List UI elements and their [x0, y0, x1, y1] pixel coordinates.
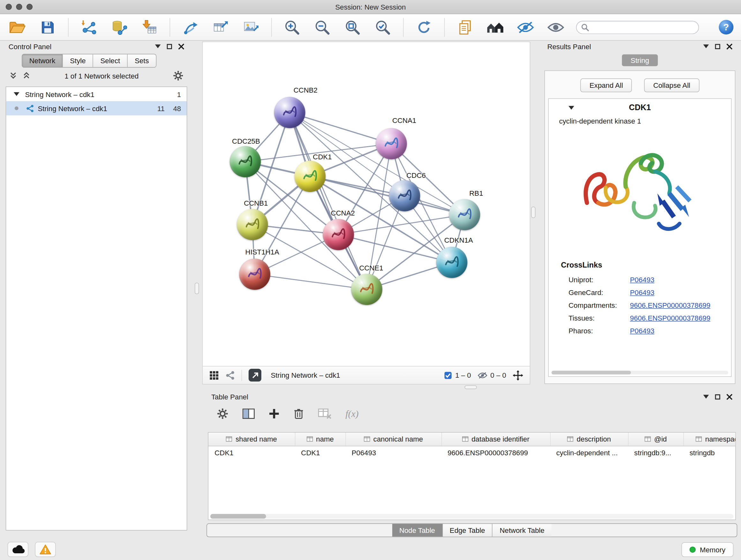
search-input[interactable]	[592, 23, 694, 31]
close-window-button[interactable]	[6, 4, 12, 10]
network-node-CDC25B[interactable]	[230, 146, 261, 178]
search-box[interactable]	[576, 20, 699, 34]
zoom-out-button[interactable]	[313, 16, 332, 38]
cybrowser-home-button[interactable]	[485, 16, 505, 38]
save-session-button[interactable]	[38, 16, 57, 38]
zoom-in-button[interactable]	[282, 16, 302, 38]
gear-icon[interactable]	[173, 71, 184, 81]
table-cell[interactable]: stringdb:9...	[628, 446, 683, 459]
delete-table-icon-disabled[interactable]	[318, 408, 331, 419]
import-table-from-file-button[interactable]	[139, 16, 159, 38]
protein-card-header[interactable]: CDK1	[549, 99, 731, 117]
copy-button[interactable]	[455, 16, 475, 38]
results-horizontal-scrollbar[interactable]	[551, 371, 728, 374]
network-node-CDC6[interactable]	[389, 180, 420, 211]
show-all-button[interactable]	[546, 16, 565, 38]
float-panel-icon[interactable]	[715, 394, 720, 399]
network-node-CCNA1[interactable]	[376, 128, 407, 159]
import-network-from-file-button[interactable]	[79, 16, 98, 38]
column-header[interactable]: database identifier	[441, 433, 550, 446]
column-header[interactable]: namespace	[683, 433, 736, 446]
collapse-panel-icon[interactable]	[155, 44, 161, 48]
table-cell[interactable]: stringdb	[683, 446, 736, 459]
network-node-CCNB2[interactable]	[274, 97, 306, 128]
tab-network-table[interactable]: Network Table	[493, 524, 552, 537]
crosslink-value-link[interactable]: 9606.ENSP00000378699	[630, 314, 711, 322]
hide-selected-button[interactable]	[516, 16, 536, 38]
table-cell[interactable]: cyclin-dependent ...	[550, 446, 628, 459]
expand-all-button[interactable]: Expand All	[581, 78, 632, 92]
table-row[interactable]: CDK1CDK1P064939606.ENSP00000378699cyclin…	[208, 446, 736, 459]
move-crosshair-icon[interactable]	[513, 370, 523, 381]
network-collection-row[interactable]: String Network – cdk1 1	[6, 87, 187, 101]
warnings-button[interactable]	[35, 542, 56, 557]
tab-node-table[interactable]: Node Table	[392, 524, 443, 537]
float-panel-icon[interactable]	[715, 44, 720, 49]
column-header[interactable]: description	[550, 433, 628, 446]
tab-string[interactable]: String	[622, 54, 657, 66]
grid-view-icon[interactable]	[209, 370, 219, 380]
zoom-window-button[interactable]	[26, 4, 32, 10]
collapse-all-button[interactable]: Collapse All	[644, 78, 699, 92]
collapse-panel-icon[interactable]	[703, 44, 709, 48]
crosslink-value-link[interactable]: 9606.ENSP00000378699	[630, 301, 711, 309]
tab-sets[interactable]: Sets	[128, 54, 156, 67]
close-panel-icon[interactable]	[178, 44, 184, 50]
network-node-HIST1H1A[interactable]	[239, 259, 270, 290]
show-columns-icon[interactable]	[243, 408, 255, 419]
left-splitter-handle[interactable]	[195, 283, 199, 294]
automation-button[interactable]	[8, 542, 28, 557]
bottom-splitter-handle[interactable]	[465, 385, 477, 389]
close-panel-icon[interactable]	[726, 394, 732, 400]
column-header[interactable]: canonical name	[346, 433, 442, 446]
network-node-CDK1[interactable]	[294, 161, 326, 192]
memory-button[interactable]: Memory	[681, 542, 733, 557]
first-neighbors-button[interactable]	[181, 16, 200, 38]
zoom-fit-button[interactable]	[343, 16, 362, 38]
table-cell[interactable]: CDK1	[208, 446, 295, 459]
float-panel-icon[interactable]	[167, 44, 172, 49]
collapse-all-icon[interactable]	[10, 72, 17, 79]
import-network-from-database-button[interactable]	[109, 16, 129, 38]
crosslink-value-link[interactable]: P06493	[630, 327, 655, 334]
network-node-CDKN1A[interactable]	[436, 247, 468, 278]
export-network-button[interactable]	[249, 369, 261, 381]
table-settings-gear-icon[interactable]	[217, 408, 228, 420]
table-cell[interactable]: P06493	[346, 446, 442, 459]
tree-expand-icon[interactable]	[14, 92, 19, 96]
network-row[interactable]: String Network – cdk1 11 48	[6, 101, 187, 115]
tab-network[interactable]: Network	[22, 54, 63, 67]
network-node-RB1[interactable]	[449, 199, 480, 230]
tab-style[interactable]: Style	[63, 54, 93, 67]
export-image-button[interactable]	[241, 16, 261, 38]
table-horizontal-scrollbar[interactable]	[210, 514, 733, 519]
table-cell[interactable]: 9606.ENSP00000378699	[441, 446, 550, 459]
right-splitter-handle[interactable]	[531, 206, 536, 218]
delete-column-trash-icon[interactable]	[293, 408, 304, 420]
minimize-window-button[interactable]	[16, 4, 22, 10]
column-header[interactable]: name	[295, 433, 345, 446]
function-builder-icon[interactable]: f(x)	[346, 408, 359, 419]
network-overview-icon[interactable]	[225, 370, 235, 380]
open-session-button[interactable]	[8, 16, 27, 38]
zoom-selected-button[interactable]	[373, 16, 393, 38]
table-cell[interactable]: CDK1	[295, 446, 345, 459]
collapse-section-icon[interactable]	[569, 106, 575, 110]
network-node-CCNA2[interactable]	[323, 219, 354, 250]
apply-layout-button[interactable]	[414, 16, 434, 38]
add-column-icon[interactable]	[269, 408, 280, 419]
network-node-CCNB1[interactable]	[237, 209, 268, 240]
tab-select[interactable]: Select	[93, 54, 128, 67]
network-node-CCNE1[interactable]	[351, 273, 382, 305]
crosslink-value-link[interactable]: P06493	[630, 288, 655, 296]
new-network-from-selection-button[interactable]	[211, 16, 230, 38]
expand-all-icon[interactable]	[23, 72, 30, 79]
network-canvas[interactable]: CCNB2CCNA1CDC25BCDK1CDC6RB1CCNB1CCNA2CDK…	[203, 42, 530, 366]
column-header[interactable]: @id	[628, 433, 683, 446]
help-icon[interactable]: ?	[719, 20, 733, 35]
crosslink-value-link[interactable]: P06493	[630, 275, 655, 284]
collapse-panel-icon[interactable]	[703, 395, 709, 399]
column-header[interactable]: shared name	[208, 433, 295, 446]
tab-edge-table[interactable]: Edge Table	[443, 524, 493, 537]
close-panel-icon[interactable]	[726, 44, 732, 50]
